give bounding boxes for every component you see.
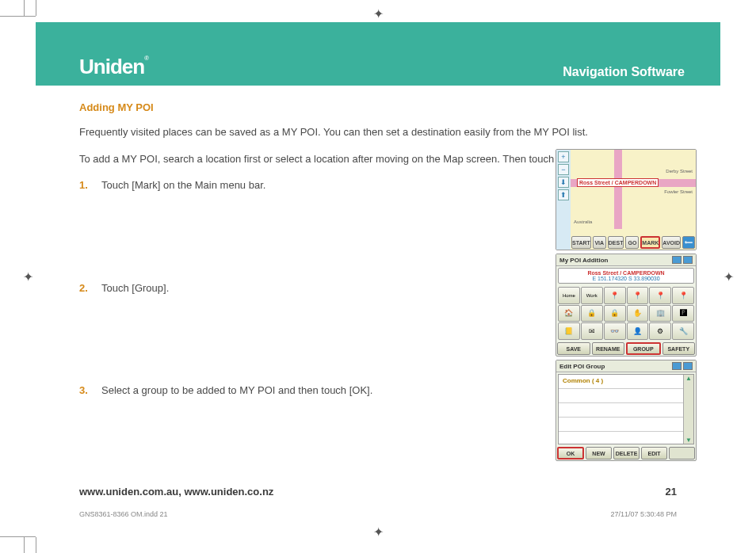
poi-category-icon: Work — [581, 287, 603, 304]
poi-icon-grid: Home Work 📍 📍 📍 📍 🏠 🔒 🔒 ✋ 🏢 🅿 📒 ✉ 👓 👤 — [556, 285, 696, 341]
street-label: Australia — [574, 219, 592, 224]
titlebar-icon — [672, 256, 682, 264]
step-number: 2. — [79, 280, 94, 296]
map-location-label: Ross Street / CAMPERDOWN — [577, 178, 659, 187]
map-toolbar: START VIA DEST GO MARK AVOID ⟸ — [571, 235, 696, 250]
avoid-button: AVOID — [662, 236, 681, 249]
page-footer: www.uniden.com.au, www.uniden.co.nz 21 — [79, 486, 677, 498]
page-number: 21 — [666, 486, 677, 498]
header-section-title: Navigation Software — [563, 65, 685, 79]
go-button: GO — [625, 236, 639, 249]
ok-button: OK — [557, 447, 584, 460]
poi-toolbar: SAVE RENAME GROUP SAFETY — [556, 341, 696, 356]
arrow-up-icon: ⬆ — [558, 189, 569, 200]
poi-category-icon: 🔒 — [604, 305, 626, 322]
device-screenshot-map: + − ⬇ ⬆ Ross Street / CAMPERDOWN Derby S… — [556, 149, 697, 250]
close-icon — [683, 362, 693, 370]
close-icon — [683, 256, 693, 264]
poi-category-icon: 👓 — [604, 322, 626, 340]
dest-button: DEST — [608, 236, 624, 249]
registration-mark-icon: ✦ — [721, 269, 735, 284]
content-area: Adding MY POI Frequently visited places … — [36, 86, 720, 521]
print-file: GNS8361-8366 OM.indd 21 — [79, 510, 168, 518]
print-timestamp: 27/11/07 5:30:48 PM — [610, 510, 677, 518]
poi-category-icon: ✉ — [581, 322, 603, 340]
back-icon: ⟸ — [682, 236, 695, 249]
page-header: Uniden® Navigation Software — [36, 22, 720, 86]
dialog-title: Edit POI Group — [559, 363, 605, 370]
list-item — [559, 403, 693, 418]
brand-logo: Uniden® — [79, 55, 148, 79]
poi-category-icon: Home — [558, 287, 580, 304]
start-button: START — [571, 236, 591, 249]
poi-category-icon: 📒 — [558, 322, 580, 340]
print-footer: GNS8361-8366 OM.indd 21 27/11/07 5:30:48… — [79, 510, 677, 518]
step-text: Touch [Group]. — [101, 280, 169, 296]
registration-mark-icon: ✦ — [21, 269, 35, 284]
list-item: Common ( 4 ) — [559, 375, 693, 389]
dialog-title-bar: Edit POI Group — [556, 360, 696, 372]
street-label: Derby Street — [666, 169, 693, 174]
scroll-down-icon: ▼ — [684, 437, 693, 444]
poi-category-icon: 📍 — [604, 287, 626, 304]
poi-category-icon: 🏠 — [558, 305, 580, 322]
section-heading: Adding MY POI — [79, 101, 677, 113]
registration-mark-icon: ✦ — [371, 6, 385, 21]
zoom-out-icon: − — [558, 164, 569, 175]
step-number: 3. — [79, 383, 94, 399]
poi-category-icon: 🅿 — [672, 305, 694, 322]
safety-button: SAFETY — [662, 342, 696, 355]
paragraph: Frequently visited places can be saved a… — [79, 124, 650, 140]
poi-name: Ross Street / CAMPERDOWN — [560, 270, 692, 276]
step-item: 3. Select a group to be added to MY POI … — [79, 383, 523, 399]
step-item: 2. Touch [Group]. — [79, 280, 523, 296]
zoom-in-icon: + — [558, 151, 569, 162]
poi-coordinates: E 151.174320 S 33.890030 — [560, 276, 692, 281]
device-screenshot-edit-group: Edit POI Group Common ( 4 ) ▲ ▼ OK NEW — [556, 360, 697, 461]
edit-toolbar: OK NEW DELETE EDIT — [556, 446, 696, 460]
steps-list: 1. Touch [Mark] on the Main menu bar. 2.… — [79, 177, 523, 399]
poi-category-icon: ⚙ — [649, 322, 671, 340]
dialog-title-bar: My POI Addition — [556, 254, 696, 266]
page: Uniden® Navigation Software Adding MY PO… — [36, 22, 720, 521]
save-button: SAVE — [557, 342, 590, 355]
arrow-down-icon: ⬇ — [558, 177, 569, 188]
titlebar-icon — [672, 362, 682, 370]
step-number: 1. — [79, 177, 94, 193]
device-screenshot-poi-addition: My POI Addition Ross Street / CAMPERDOWN… — [556, 254, 697, 357]
map-sidebar: + − ⬇ ⬆ — [556, 150, 571, 250]
new-button: NEW — [586, 447, 612, 460]
list-item — [559, 418, 693, 432]
step-text: Touch [Mark] on the Main menu bar. — [101, 177, 265, 193]
group-button: GROUP — [626, 342, 661, 355]
blank-button — [669, 447, 695, 460]
scroll-up-icon: ▲ — [684, 375, 693, 382]
list-item — [559, 389, 693, 403]
poi-category-icon: 📍 — [672, 287, 694, 304]
via-button: VIA — [593, 236, 606, 249]
street-label: Fowler Street — [664, 189, 693, 194]
poi-category-icon: 🔒 — [581, 305, 603, 322]
screenshot-column: + − ⬇ ⬆ Ross Street / CAMPERDOWN Derby S… — [556, 149, 697, 461]
poi-category-icon: 👤 — [627, 322, 649, 340]
poi-category-icon: 🔧 — [672, 322, 694, 340]
poi-info-panel: Ross Street / CAMPERDOWN E 151.174320 S … — [558, 268, 694, 284]
step-text: Select a group to be added to MY POI and… — [101, 383, 372, 399]
poi-category-icon: 📍 — [649, 287, 671, 304]
group-list: Common ( 4 ) ▲ ▼ — [558, 374, 694, 444]
edit-button: EDIT — [641, 447, 667, 460]
poi-category-icon: ✋ — [627, 305, 649, 322]
delete-button: DELETE — [613, 447, 640, 460]
scrollbar: ▲ ▼ — [683, 375, 693, 444]
mark-button: MARK — [640, 236, 660, 249]
dialog-title: My POI Addition — [559, 257, 608, 264]
poi-category-icon: 📍 — [627, 287, 649, 304]
step-item: 1. Touch [Mark] on the Main menu bar. — [79, 177, 523, 193]
footer-urls: www.uniden.com.au, www.uniden.co.nz — [79, 486, 273, 498]
map-canvas: Ross Street / CAMPERDOWN Derby Street Fo… — [571, 150, 696, 250]
rename-button: RENAME — [592, 342, 625, 355]
poi-category-icon: 🏢 — [649, 305, 671, 322]
registration-mark-icon: ✦ — [371, 524, 385, 539]
